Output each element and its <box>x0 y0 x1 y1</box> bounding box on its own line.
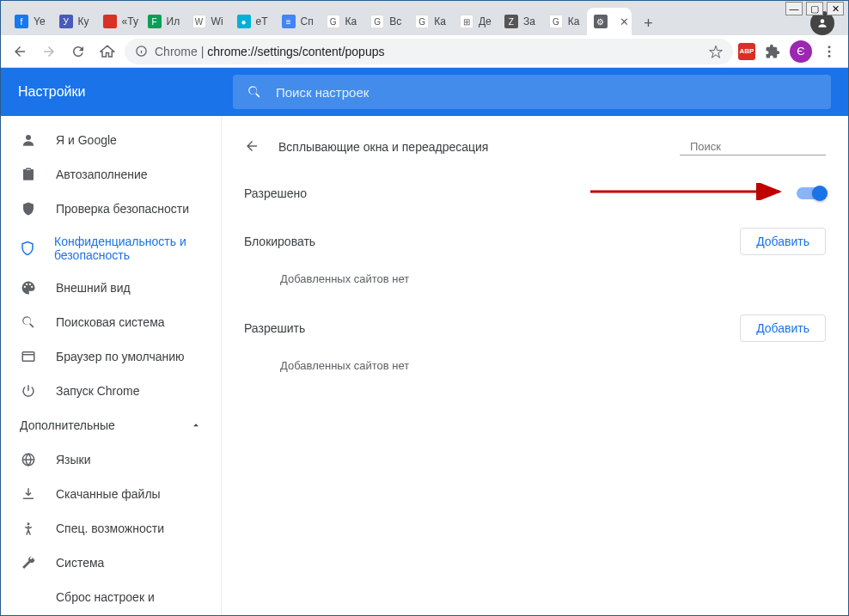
tab-favicon: G <box>370 15 384 28</box>
tab-favicon: Z <box>504 15 518 28</box>
svg-point-0 <box>821 19 825 23</box>
sidebar-item-label: Автозаполнение <box>56 168 148 181</box>
browser-tab[interactable]: WWi <box>186 8 230 35</box>
sidebar-item[interactable]: Автозаполнение <box>1 157 221 192</box>
sidebar-item[interactable]: Конфиденциальность и безопасность <box>1 226 221 271</box>
sidebar: Я и GoogleАвтозаполнениеПроверка безопас… <box>1 116 222 615</box>
tab-label: «Ту <box>122 15 138 27</box>
sidebar-item-label: Я и Google <box>56 133 117 147</box>
browser-tab[interactable]: GКа <box>408 8 453 35</box>
panel-search[interactable] <box>680 138 826 156</box>
tab-label: Ye <box>34 15 46 27</box>
browser-tab[interactable]: fYe <box>8 8 52 35</box>
site-info-icon <box>135 45 148 58</box>
bookmark-star-icon[interactable] <box>709 45 723 58</box>
tab-favicon: W <box>192 15 206 28</box>
tab-favicon: G <box>327 15 340 28</box>
sidebar-item[interactable]: Проверка безопасности <box>1 192 221 226</box>
browser-tab[interactable]: ≡Сп <box>275 8 320 35</box>
sidebar-item[interactable]: Запуск Chrome <box>1 374 221 408</box>
panel-search-input[interactable] <box>690 140 834 153</box>
tab-favicon: ⊞ <box>460 15 473 28</box>
address-bar[interactable]: Chrome | chrome://settings/content/popup… <box>125 39 733 64</box>
tab-label: Ку <box>78 15 89 27</box>
tab-label: Ка <box>568 15 580 27</box>
globe-icon <box>20 452 37 467</box>
block-label: Блокировать <box>244 235 315 248</box>
sidebar-item-label: Внешний вид <box>56 281 131 295</box>
sidebar-item[interactable]: Внешний вид <box>1 271 221 305</box>
svg-point-4 <box>828 54 831 57</box>
block-add-button[interactable]: Добавить <box>740 228 826 255</box>
settings-search[interactable] <box>233 75 831 109</box>
allowed-toggle[interactable] <box>797 187 826 199</box>
sidebar-item[interactable]: Браузер по умолчанию <box>1 339 221 374</box>
tab-favicon: У <box>59 15 73 28</box>
forward-button[interactable] <box>37 40 61 64</box>
settings-title: Настройки <box>18 84 233 100</box>
sidebar-item[interactable]: Спец. возможности <box>1 511 221 546</box>
tab-label: Сп <box>301 15 314 27</box>
new-tab-button[interactable]: + <box>637 11 661 35</box>
panel-title: Всплывающие окна и переадресация <box>278 140 663 154</box>
browser-tab[interactable]: GКа <box>542 8 587 35</box>
home-button[interactable] <box>95 40 119 64</box>
clipboard-icon <box>20 167 37 182</box>
palette-icon <box>20 280 37 296</box>
back-button[interactable] <box>8 40 32 64</box>
menu-button[interactable] <box>817 40 841 64</box>
browser-tab[interactable]: ●eT <box>230 8 275 35</box>
reload-button[interactable] <box>66 40 90 64</box>
sidebar-section-toggle[interactable]: Дополнительные <box>1 408 221 442</box>
allowed-label: Разрешено <box>244 186 307 200</box>
search-icon <box>247 84 262 100</box>
sidebar-item-label: Спец. возможности <box>56 521 164 535</box>
browser-tab[interactable]: ⊞Де <box>453 8 498 35</box>
extension-abp-icon[interactable]: ABP <box>738 43 755 60</box>
browser-tab[interactable]: ZЗа <box>498 8 542 35</box>
tab-label: За <box>523 15 535 27</box>
tab-favicon: G <box>549 15 563 28</box>
power-icon <box>20 383 37 399</box>
window-minimize[interactable]: — <box>785 2 803 15</box>
profile-avatar[interactable]: Є <box>790 40 812 63</box>
browser-tab[interactable]: «Ту <box>96 8 141 35</box>
svg-point-9 <box>27 522 30 525</box>
accessibility-icon <box>20 521 37 536</box>
allow-add-button[interactable]: Добавить <box>740 314 826 342</box>
sidebar-item-label: Запуск Chrome <box>56 384 139 398</box>
block-section-header: Блокировать Добавить <box>244 216 826 262</box>
allow-empty-text: Добавленных сайтов нет <box>244 349 826 389</box>
browser-tab[interactable]: FИл <box>141 8 186 35</box>
tab-favicon: ● <box>237 15 251 28</box>
sidebar-item[interactable]: Скачанные файлы <box>1 477 221 511</box>
chevron-up-icon <box>190 419 202 431</box>
browser-tab[interactable]: ⚙✕ <box>587 8 632 35</box>
annotation-arrow <box>590 183 788 200</box>
svg-point-2 <box>828 46 831 48</box>
sidebar-item[interactable]: Поисковая система <box>1 305 221 339</box>
browser-tab[interactable]: GВс <box>363 8 408 35</box>
main-panel: Всплывающие окна и переадресация Разреше… <box>222 116 848 615</box>
extensions-button[interactable] <box>760 40 785 64</box>
sidebar-item-label: Браузер по умолчанию <box>56 350 185 363</box>
browser-tab[interactable]: GКа <box>320 8 364 35</box>
window-maximize[interactable]: ▢ <box>806 2 823 15</box>
panel-header: Всплывающие окна и переадресация <box>244 133 826 171</box>
settings-search-input[interactable] <box>276 85 817 100</box>
tab-close-button[interactable]: ✕ <box>620 15 629 28</box>
sidebar-item-label: Конфиденциальность и безопасность <box>54 235 202 262</box>
tab-favicon: F <box>148 15 162 28</box>
person-icon <box>20 132 37 148</box>
sidebar-item-label: Сброс настроек и <box>56 590 155 604</box>
window-close[interactable]: ✕ <box>827 2 844 15</box>
tab-favicon: ⚙ <box>594 15 608 28</box>
sidebar-item[interactable]: Система <box>1 546 221 580</box>
svg-point-5 <box>26 135 31 140</box>
sidebar-item[interactable]: Языки <box>1 442 221 477</box>
browser-tab[interactable]: УКу <box>52 8 96 35</box>
sidebar-item[interactable]: Я и Google <box>1 123 221 157</box>
tab-label: Ил <box>167 15 180 27</box>
panel-back-button[interactable] <box>244 138 261 156</box>
sidebar-item[interactable]: Сброс настроек и <box>1 580 221 614</box>
